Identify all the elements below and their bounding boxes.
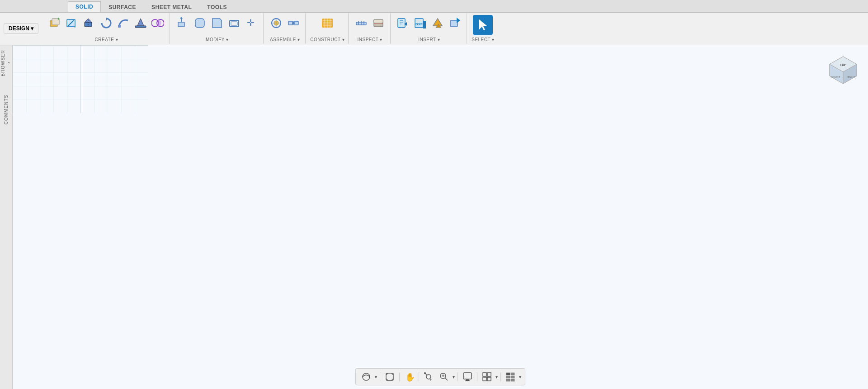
viewport: TOP FRONT RIGHT ▾ bbox=[13, 45, 868, 389]
zoom-dropdown[interactable]: ▾ bbox=[453, 375, 455, 380]
toolbar: SOLID SURFACE SHEET METAL TOOLS DESIGN ▾… bbox=[0, 0, 868, 45]
insert-mesh-icon[interactable] bbox=[429, 15, 446, 31]
svg-marker-17 bbox=[180, 17, 183, 19]
tool-bar: DESIGN ▾ + + bbox=[0, 13, 868, 45]
fit-button[interactable] bbox=[383, 370, 396, 383]
divider-3 bbox=[419, 372, 419, 381]
svg-rect-18 bbox=[195, 19, 204, 28]
svg-rect-15 bbox=[178, 22, 184, 27]
move-icon[interactable]: ✛ bbox=[243, 15, 259, 31]
shell-icon[interactable] bbox=[226, 15, 242, 31]
svg-text:TOP: TOP bbox=[840, 63, 847, 66]
tab-tools[interactable]: TOOLS bbox=[199, 2, 235, 12]
divider-5 bbox=[477, 372, 477, 381]
measure-icon[interactable] bbox=[353, 15, 369, 31]
construct-plane-icon[interactable] bbox=[319, 15, 335, 31]
svg-rect-12 bbox=[135, 26, 146, 28]
pan-button[interactable]: ✋ bbox=[402, 370, 416, 383]
new-component-icon[interactable] bbox=[268, 15, 284, 31]
divider-4 bbox=[458, 372, 458, 381]
navigation-cube[interactable]: TOP FRONT RIGHT bbox=[827, 54, 859, 86]
orbit-button[interactable] bbox=[359, 370, 373, 383]
view-layout-dropdown[interactable]: ▾ bbox=[519, 375, 521, 380]
create-icons: + + bbox=[47, 15, 166, 31]
press-pull-icon[interactable] bbox=[175, 15, 191, 31]
svg-point-29 bbox=[292, 22, 295, 24]
modify-icons: ✛ bbox=[175, 15, 259, 31]
insert-icons: DXF bbox=[395, 15, 463, 31]
design-button[interactable]: DESIGN ▾ bbox=[4, 23, 38, 34]
loft-icon[interactable] bbox=[132, 15, 149, 31]
joint-icon[interactable] bbox=[285, 15, 302, 31]
svg-marker-11 bbox=[137, 19, 144, 27]
sidebar-browser[interactable]: BROWSER › bbox=[0, 50, 12, 76]
section-analysis-icon[interactable] bbox=[370, 15, 387, 31]
grid-dropdown[interactable]: ▾ bbox=[495, 375, 498, 380]
zoom-button[interactable] bbox=[437, 370, 451, 383]
svg-text:✋: ✋ bbox=[405, 372, 414, 382]
svg-rect-250 bbox=[511, 373, 514, 375]
svg-text:+: + bbox=[429, 378, 432, 382]
select-icons bbox=[473, 15, 493, 35]
svg-text:+: + bbox=[74, 25, 76, 29]
revolve-icon[interactable] bbox=[98, 15, 114, 31]
svg-marker-57 bbox=[479, 19, 487, 30]
new-body-icon[interactable]: + bbox=[47, 15, 63, 31]
svg-rect-59 bbox=[13, 45, 148, 113]
tab-solid[interactable]: SOLID bbox=[68, 1, 101, 12]
left-sidebar: BROWSER › COMMENTS bbox=[0, 45, 13, 389]
assemble-icons bbox=[268, 15, 302, 31]
svg-rect-242 bbox=[463, 373, 472, 379]
svg-rect-45 bbox=[398, 19, 405, 28]
sweep-icon[interactable] bbox=[115, 15, 132, 31]
select-group: SELECT ▾ bbox=[468, 13, 498, 44]
svg-marker-53 bbox=[433, 19, 442, 26]
modify-label: MODIFY ▾ bbox=[206, 37, 228, 42]
insert-decal-icon[interactable] bbox=[447, 15, 463, 31]
svg-point-226 bbox=[363, 373, 370, 380]
tab-sheet-metal[interactable]: SHEET METAL bbox=[144, 2, 199, 12]
bottom-toolbar: ▾ ✋ + bbox=[355, 368, 525, 385]
svg-line-239 bbox=[445, 378, 448, 380]
sidebar-comments[interactable]: COMMENTS bbox=[4, 95, 9, 124]
insert-derive-icon[interactable] bbox=[395, 15, 411, 31]
fillet-icon[interactable] bbox=[192, 15, 208, 31]
svg-rect-251 bbox=[506, 376, 510, 378]
select-icon[interactable] bbox=[473, 15, 493, 35]
divider-2 bbox=[399, 372, 400, 381]
svg-marker-52 bbox=[423, 21, 426, 28]
inspect-label: INSPECT ▾ bbox=[358, 37, 382, 42]
svg-rect-253 bbox=[506, 379, 510, 381]
svg-marker-19 bbox=[212, 19, 222, 28]
svg-rect-44 bbox=[374, 19, 383, 23]
chamfer-icon[interactable] bbox=[209, 15, 225, 31]
divider-6 bbox=[500, 372, 501, 381]
svg-rect-55 bbox=[450, 20, 458, 27]
svg-rect-254 bbox=[511, 379, 514, 381]
tab-surface[interactable]: SURFACE bbox=[101, 2, 144, 12]
insert-label: INSERT ▾ bbox=[418, 37, 440, 42]
inspect-group: INSPECT ▾ bbox=[349, 13, 391, 44]
view-layout-button[interactable] bbox=[504, 370, 517, 383]
svg-rect-249 bbox=[506, 373, 510, 375]
svg-line-235 bbox=[425, 374, 427, 375]
svg-marker-56 bbox=[457, 18, 460, 23]
extrude-icon[interactable] bbox=[81, 15, 97, 31]
insert-dxf-icon[interactable]: DXF bbox=[412, 15, 429, 31]
svg-rect-252 bbox=[511, 376, 514, 378]
select-label: SELECT ▾ bbox=[472, 37, 495, 42]
sketch-icon[interactable]: + bbox=[64, 15, 80, 31]
look-at-button[interactable]: + bbox=[422, 370, 435, 383]
orbit-dropdown[interactable]: ▾ bbox=[375, 375, 377, 380]
construct-group: CONSTRUCT ▾ bbox=[307, 13, 349, 44]
svg-rect-21 bbox=[231, 22, 237, 25]
display-mode-button[interactable] bbox=[461, 370, 474, 383]
tab-bar: SOLID SURFACE SHEET METAL TOOLS bbox=[0, 0, 868, 13]
construct-icons bbox=[319, 15, 335, 31]
insert-group: DXF INSERT ▾ bbox=[392, 13, 467, 44]
svg-text:FRONT: FRONT bbox=[831, 76, 840, 78]
create-label: CREATE ▾ bbox=[95, 37, 118, 42]
grid-button[interactable] bbox=[480, 370, 494, 383]
more-create-icon[interactable] bbox=[150, 15, 166, 31]
svg-rect-248 bbox=[487, 377, 491, 381]
